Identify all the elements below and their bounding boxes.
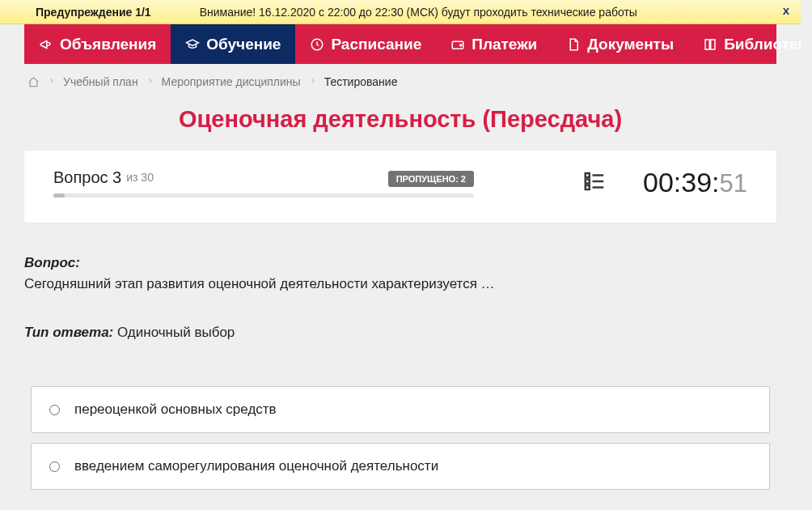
- nav-label: Объявления: [60, 36, 156, 53]
- document-icon: [566, 37, 581, 52]
- answer-text: введением саморегулирования оценочной де…: [74, 458, 438, 474]
- nav-label: Библиотека: [724, 36, 801, 53]
- chevron-right-icon: [146, 75, 154, 88]
- timer: 00:39:51: [643, 167, 747, 198]
- book-icon: [703, 37, 717, 52]
- nav-label: Документы: [587, 36, 674, 53]
- clock-icon: [310, 37, 324, 52]
- question-number: Вопрос 3: [53, 168, 121, 187]
- answers-list: переоценкой основных средств введением с…: [24, 386, 776, 490]
- progress-bar: [53, 193, 474, 198]
- nav-label: Платежи: [472, 36, 537, 53]
- answer-type-label: Тип ответа:: [24, 325, 113, 340]
- nav-announcements[interactable]: Объявления: [24, 24, 171, 64]
- warning-bar: Предупреждение 1/1 Внимание! 16.12.2020 …: [0, 0, 801, 24]
- svg-rect-7: [586, 185, 590, 189]
- nav-library[interactable]: Библиотека: [688, 24, 801, 64]
- breadcrumb-study-plan[interactable]: Учебный план: [63, 75, 138, 88]
- close-icon[interactable]: x: [783, 3, 789, 17]
- svg-rect-3: [586, 173, 590, 177]
- page-title: Оценочная деятельность (Пересдача): [0, 106, 801, 133]
- question-text: Сегодняшний этап развития оценочной деят…: [24, 276, 776, 292]
- question-list-icon[interactable]: [582, 169, 607, 197]
- warning-title: Предупреждение 1/1: [36, 6, 151, 19]
- timer-seconds: 51: [720, 169, 747, 198]
- nav-documents[interactable]: Документы: [552, 24, 688, 64]
- nav-education[interactable]: Обучение: [171, 24, 295, 64]
- question-progress-card: Вопрос 3 из 30 ПРОПУЩЕНО: 2 00:39:51: [24, 151, 776, 223]
- skipped-badge: ПРОПУЩЕНО: 2: [388, 171, 474, 187]
- breadcrumb-current: Тестирование: [324, 75, 398, 88]
- warning-message: Внимание! 16.12.2020 с 22:00 до 22:30 (М…: [200, 6, 637, 19]
- nav-schedule[interactable]: Расписание: [295, 24, 436, 64]
- nav-label: Обучение: [206, 36, 281, 53]
- breadcrumb: Учебный план Мероприятие дисциплины Тест…: [0, 64, 801, 100]
- chevron-right-icon: [48, 75, 55, 88]
- answer-option[interactable]: переоценкой основных средств: [31, 386, 770, 433]
- chevron-right-icon: [309, 75, 316, 88]
- main-nav: Объявления Обучение Расписание Платежи Д…: [24, 24, 776, 64]
- answer-type-value: Одиночный выбор: [113, 325, 235, 340]
- answer-text: переоценкой основных средств: [74, 402, 277, 418]
- graduation-cap-icon: [185, 37, 200, 52]
- nav-payments[interactable]: Платежи: [436, 24, 552, 64]
- radio-icon[interactable]: [49, 461, 60, 472]
- question-total: из 30: [126, 171, 154, 184]
- home-icon[interactable]: [27, 76, 40, 88]
- wallet-icon: [450, 37, 465, 52]
- radio-icon[interactable]: [49, 405, 60, 415]
- svg-point-2: [460, 44, 462, 45]
- answer-option[interactable]: введением саморегулирования оценочной де…: [31, 443, 770, 490]
- megaphone-icon: [39, 37, 53, 52]
- nav-label: Расписание: [331, 36, 421, 53]
- progress-fill: [53, 193, 65, 198]
- svg-rect-5: [586, 179, 590, 183]
- timer-main: 00:39:: [643, 167, 720, 198]
- question-label: Вопрос:: [24, 255, 776, 271]
- breadcrumb-discipline-event[interactable]: Мероприятие дисциплины: [162, 75, 301, 88]
